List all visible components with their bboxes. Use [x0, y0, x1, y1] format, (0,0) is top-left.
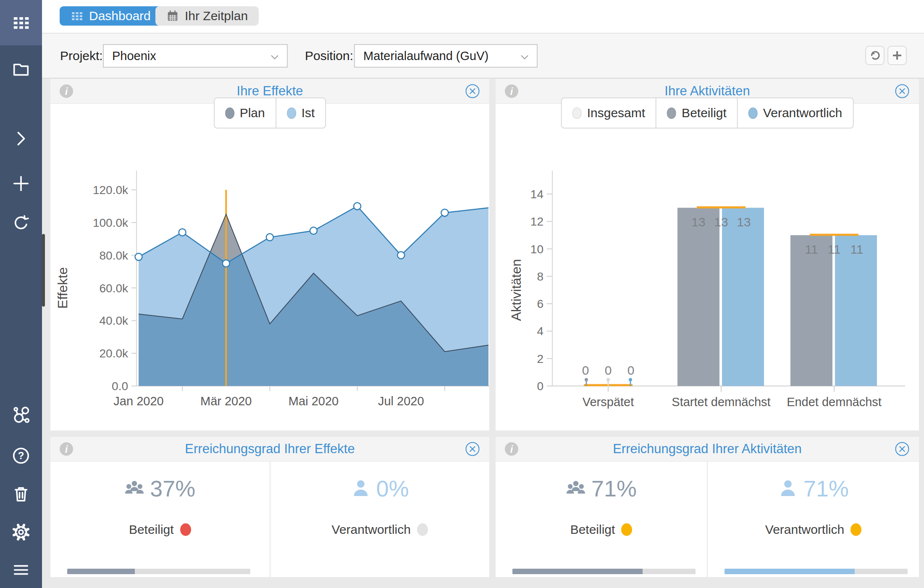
calendar-icon [166, 10, 179, 22]
tab-dashboard[interactable]: Dashboard [60, 6, 162, 26]
kpi-beteiligt: 71% Beteiligt [496, 461, 707, 577]
progress-bar [512, 569, 696, 574]
topbar: Dashboard Ihr Zeitplan [42, 0, 924, 34]
legend-item-verantwortlich[interactable]: Verantwortlich [737, 98, 853, 128]
menu-icon[interactable] [11, 560, 31, 580]
legend-label: Insgesamt [587, 106, 645, 120]
dashboard-app: ? Dashboard Ihr Zeitplan Projekt: Phoeni… [0, 0, 924, 588]
kpi-verantwortlich: 0% Verantwortlich [270, 461, 490, 577]
close-icon[interactable] [895, 84, 910, 99]
kpi-label: Verantwortlich [332, 522, 411, 537]
svg-text:80.0k: 80.0k [100, 249, 129, 262]
status-dot [417, 523, 428, 536]
grid-icon [11, 13, 31, 32]
chart-legend: PlanIst [214, 97, 326, 129]
panel-header: i Erreichungsgrad Ihrer Effekte [50, 437, 489, 462]
folder-icon[interactable] [11, 59, 31, 79]
refresh-icon[interactable] [11, 214, 31, 233]
progress-bar [67, 569, 250, 574]
trash-icon[interactable] [11, 484, 31, 504]
svg-text:13: 13 [691, 215, 705, 229]
svg-text:0: 0 [537, 380, 543, 393]
status-dot [180, 523, 191, 536]
legend-item-plan[interactable]: Plan [215, 98, 276, 128]
svg-text:Jan 2020: Jan 2020 [113, 394, 163, 408]
kpi-beteiligt: 37% Beteiligt [50, 461, 270, 577]
scrollbar-thumb[interactable] [42, 234, 45, 307]
svg-text:12: 12 [530, 215, 543, 228]
position-select[interactable]: Materialaufwand (GuV) [354, 44, 538, 68]
grid-icon [71, 10, 83, 22]
bar-chart[interactable]: 02468101214Aktivitäten000Verspätet131313… [496, 103, 919, 430]
kpi-value: 71% [591, 475, 637, 501]
legend-label: Plan [240, 106, 265, 120]
area-chart[interactable]: 0.020.0k40.0k60.0k80.0k100.0k120.0kJan 2… [50, 103, 489, 430]
kpi-value: 0% [376, 475, 409, 501]
panel-grad-aktivitaeten: i Erreichungsgrad Ihrer Aktivitäten 71% … [496, 437, 919, 577]
panel-title: Erreichungsgrad Ihrer Aktivitäten [496, 437, 919, 461]
filter-bar: Projekt: Phoenix Position: Materialaufwa… [42, 34, 924, 79]
molecule-icon[interactable] [11, 405, 31, 424]
legend-label: Verantwortlich [763, 106, 842, 120]
svg-text:40.0k: 40.0k [100, 314, 129, 327]
sidebar-apps-button[interactable] [0, 0, 42, 45]
projekt-select[interactable]: Phoenix [103, 44, 288, 68]
legend-item-insgesamt[interactable]: Insgesamt [562, 98, 656, 128]
plus-icon[interactable] [11, 174, 31, 193]
legend-item-beteiligt[interactable]: Beteiligt [656, 98, 737, 128]
svg-text:0: 0 [605, 363, 612, 377]
close-icon[interactable] [465, 84, 480, 99]
users-icon [566, 478, 586, 499]
chevron-down-icon [520, 49, 529, 63]
undo-button[interactable] [865, 46, 885, 65]
svg-text:Aktivitäten: Aktivitäten [509, 259, 524, 321]
svg-text:11: 11 [827, 242, 840, 256]
kpi-body: 37% Beteiligt 0% Verantwortlich [50, 461, 489, 577]
add-button[interactable] [887, 46, 907, 65]
svg-text:60.0k: 60.0k [100, 282, 129, 295]
close-icon[interactable] [465, 441, 480, 457]
chevron-right-icon[interactable] [11, 129, 31, 148]
svg-text:13: 13 [737, 215, 751, 229]
svg-text:0.0: 0.0 [112, 380, 128, 393]
kpi-value: 37% [150, 475, 195, 501]
svg-text:Jul 2020: Jul 2020 [378, 394, 424, 408]
svg-text:11: 11 [805, 242, 818, 256]
legend-item-ist[interactable]: Ist [276, 98, 326, 128]
kpi-value: 71% [803, 475, 849, 501]
gear-icon[interactable] [11, 522, 31, 542]
help-icon[interactable]: ? [11, 446, 31, 465]
status-dot [850, 523, 861, 536]
kpi-label: Beteiligt [570, 522, 615, 537]
svg-text:Effekte: Effekte [55, 267, 70, 309]
close-icon[interactable] [895, 441, 910, 457]
svg-text:120.0k: 120.0k [93, 184, 129, 197]
svg-text:4: 4 [537, 325, 543, 338]
projekt-label: Projekt: [60, 34, 103, 78]
svg-text:20.0k: 20.0k [100, 347, 129, 360]
tab-label: Ihr Zeitplan [185, 9, 248, 23]
tab-zeitplan[interactable]: Ihr Zeitplan [155, 6, 259, 26]
svg-text:0: 0 [582, 363, 589, 377]
panel-title: Erreichungsgrad Ihrer Effekte [50, 437, 489, 461]
svg-text:0: 0 [627, 363, 635, 377]
legend-dot [225, 108, 234, 119]
status-dot [621, 523, 632, 536]
chart-legend: InsgesamtBeteiligtVerantwortlich [561, 97, 854, 129]
legend-dot [748, 108, 758, 119]
legend-dot [667, 108, 676, 119]
position-select-value: Materialaufwand (GuV) [363, 49, 488, 63]
svg-text:10: 10 [530, 243, 543, 256]
users-icon [124, 478, 144, 499]
tab-label: Dashboard [89, 9, 151, 23]
user-icon [778, 478, 798, 499]
svg-text:2: 2 [537, 352, 543, 365]
chevron-down-icon [270, 49, 279, 63]
svg-text:Mär 2020: Mär 2020 [200, 394, 252, 408]
projekt-select-value: Phoenix [112, 49, 156, 63]
progress-bar [724, 569, 908, 574]
undo-icon [869, 49, 881, 62]
plus-icon [891, 49, 903, 62]
kpi-label: Beteiligt [129, 522, 174, 537]
legend-label: Ist [302, 106, 315, 120]
